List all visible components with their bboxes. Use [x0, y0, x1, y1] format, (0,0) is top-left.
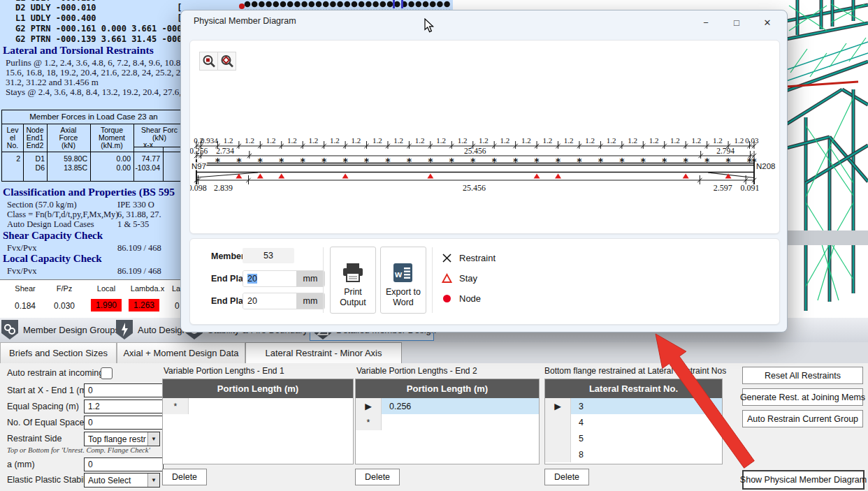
row-value[interactable]: 4 — [571, 414, 722, 430]
button-label: Show Physical Member Diagram — [740, 475, 867, 485]
subtab-axial-moment-design-data[interactable]: Axial + Moment Design Data — [117, 342, 245, 363]
check-label: Fvx/Pvx — [7, 243, 36, 254]
member-value: 53 — [263, 251, 273, 261]
end-plate-1-input[interactable]: 20 mm — [243, 270, 325, 287]
stays-line: Stays @ 2.4, 3.6, 4.8, 8.4, 13.2, 19.2, … — [6, 87, 189, 98]
svg-text:0.03: 0.03 — [745, 136, 759, 145]
diagram-controls-panel: Member 53 End Plate 1 20 mm End Plate 2 … — [189, 238, 780, 325]
svg-text:1.2: 1.2 — [372, 136, 382, 145]
3d-model-view[interactable] — [786, 0, 868, 318]
table-cell: -103.04 — [133, 163, 160, 172]
close-button[interactable]: ✕ — [752, 12, 783, 33]
subtab-briefs-and-section-sizes[interactable]: Briefs and Section Sizes — [0, 342, 117, 363]
stay-triangle-icon — [442, 273, 452, 284]
row-value[interactable]: 8 — [571, 446, 722, 462]
row-value[interactable]: 0.256 — [382, 398, 539, 414]
svg-text:1.2: 1.2 — [415, 136, 425, 145]
svg-text:*: * — [428, 156, 433, 167]
svg-text:*: * — [491, 156, 497, 167]
table-cell: 2 — [2, 154, 20, 163]
row-marker — [545, 414, 571, 430]
delete-button-end2[interactable]: Delete — [355, 469, 400, 485]
printer-icon — [341, 262, 365, 284]
unit-label: mm — [296, 271, 324, 286]
svg-text:*: * — [704, 156, 709, 167]
subtab-label: Axial + Moment Design Data — [123, 348, 238, 358]
row-value[interactable] — [189, 398, 353, 414]
row-marker — [545, 430, 571, 446]
svg-text:2.794: 2.794 — [716, 147, 735, 155]
lateral-restraint-no-grid[interactable]: Lateral Restraint No. ▶3 4 5 8 — [544, 379, 723, 464]
svg-text:1.2: 1.2 — [245, 136, 254, 145]
end-plate-1-value: 20 — [247, 274, 257, 284]
svg-text:*: * — [534, 156, 540, 167]
field-label: a (mm) — [7, 460, 35, 469]
elastic-plastic-select[interactable]: Auto Select ▼ — [84, 473, 160, 488]
subtab-lateral-restraint-minor-axis[interactable]: Lateral Restraint - Minor Axis — [245, 342, 402, 363]
end-plate-2-input[interactable]: 20 mm — [243, 293, 325, 309]
portion-length-end2-grid[interactable]: Portion Length (m) ▶0.256 * — [355, 379, 540, 464]
legend-label: Node — [459, 293, 481, 304]
select-value: Auto Select — [85, 476, 147, 485]
row-value[interactable] — [382, 414, 539, 430]
svg-text:N97: N97 — [191, 162, 206, 170]
subtab-label: Briefs and Section Sizes — [9, 348, 108, 358]
table-cell: 59.80C — [47, 154, 87, 163]
generate-rest-button[interactable]: Generate Rest. at Joining Mems — [742, 388, 863, 406]
button-label: Auto Restrain Current Group — [747, 414, 858, 424]
svg-text:1.2: 1.2 — [287, 136, 297, 145]
field-label: No. Of Equal Spaces — [7, 418, 89, 427]
equal-spacing-input[interactable]: 1.2 — [84, 400, 164, 413]
restraint-side-select[interactable]: Top flange restr ▼ — [84, 432, 160, 446]
minimize-button[interactable]: − — [690, 12, 721, 33]
field-label: Start at X - End 1 (m) — [7, 386, 89, 395]
svg-text:*: * — [555, 156, 560, 167]
start-at-x-input[interactable]: 0 — [84, 383, 164, 397]
tab-member-design-groups[interactable]: Member Design Groups — [1, 320, 120, 339]
svg-text:1.2: 1.2 — [734, 136, 744, 145]
window-controls: − □ ✕ — [690, 12, 783, 33]
row-value[interactable]: 3 — [571, 398, 722, 414]
equal-spaces-input[interactable]: 0 — [84, 416, 164, 430]
col-header: x-x — [133, 140, 163, 149]
a-mm-input[interactable]: 0 — [84, 457, 164, 471]
legend-restraint: Restraint — [442, 253, 496, 263]
button-label: Delete — [365, 472, 390, 482]
svg-text:1.2: 1.2 — [670, 136, 680, 145]
reset-all-restraints-button[interactable]: Reset All Restraints — [742, 367, 863, 384]
check-value-flagged: 1.263 — [129, 299, 159, 312]
field-label: Restraint Side — [7, 434, 62, 444]
print-output-button[interactable]: Print Output — [330, 247, 376, 314]
tab-auto-design[interactable]: Auto Design — [116, 320, 187, 339]
table-cell: 13.85C — [47, 163, 87, 172]
row-value[interactable]: 5 — [571, 430, 722, 446]
portion-length-end1-grid[interactable]: Portion Length (m) * — [162, 379, 354, 464]
input-value: 0 — [88, 460, 93, 469]
svg-text:*: * — [363, 156, 369, 167]
output-line: G2 PTRN -000.139 3.661 31.45 -000.2 — [15, 34, 189, 44]
restraint-cross-icon — [442, 253, 452, 263]
svg-text:1.2: 1.2 — [393, 136, 403, 145]
check-value: 0.184 — [10, 301, 41, 311]
check-header: Lambda.x — [129, 284, 166, 293]
output-panel: L1 UDLY -000.150 D2 UDLY -000.010 [ kN/m… — [0, 0, 189, 279]
auto-restrain-checkbox[interactable] — [101, 367, 113, 379]
auto-restrain-group-button[interactable]: Auto Restrain Current Group — [742, 410, 863, 427]
table-cell: 0.00 — [90, 154, 131, 163]
legend-label: Restraint — [459, 253, 496, 263]
svg-text:1.2: 1.2 — [224, 136, 233, 145]
svg-text:2.839: 2.839 — [214, 183, 233, 193]
member-label: Member — [211, 251, 245, 261]
export-to-word-button[interactable]: w Export to Word — [380, 247, 426, 314]
prop-value: 1 & 5-35 — [117, 219, 149, 230]
svg-text:*: * — [215, 156, 220, 167]
classification-heading: Classification and Properties (BS 595 — [3, 186, 175, 198]
svg-text:2.734: 2.734 — [216, 147, 234, 155]
field-label: Elastic Plastic Stability — [7, 475, 94, 485]
maximize-button[interactable]: □ — [721, 12, 752, 33]
show-physical-member-diagram-button[interactable]: Show Physical Member Diagram — [742, 470, 865, 490]
row-marker: * — [163, 398, 189, 414]
delete-button-end1[interactable]: Delete — [162, 469, 207, 485]
delete-button-restraints[interactable]: Delete — [544, 469, 589, 485]
word-icon: w — [393, 262, 414, 284]
